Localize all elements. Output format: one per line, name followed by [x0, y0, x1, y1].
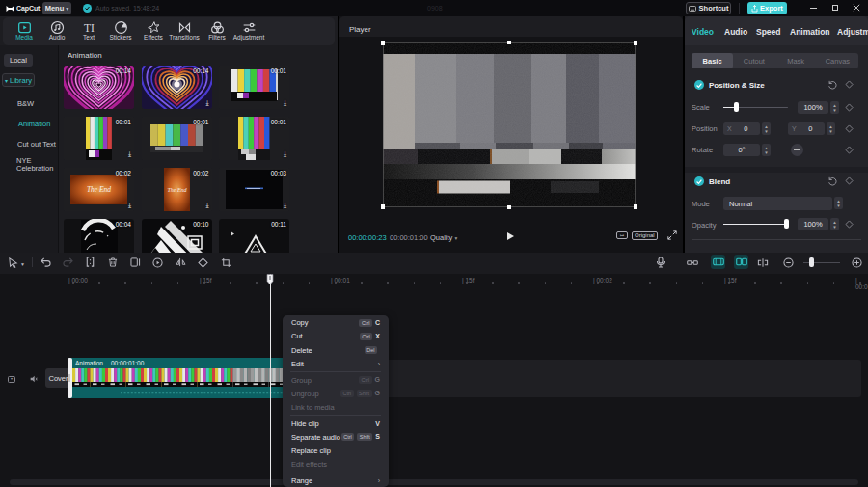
svg-text:The End: The End	[87, 185, 111, 194]
svg-text:00:00:01:00: 00:00:01:00	[111, 360, 145, 366]
svg-text:TI: TI	[83, 22, 94, 35]
svg-text:Animation: Animation	[75, 360, 103, 366]
svg-text:The End: The End	[167, 187, 187, 193]
